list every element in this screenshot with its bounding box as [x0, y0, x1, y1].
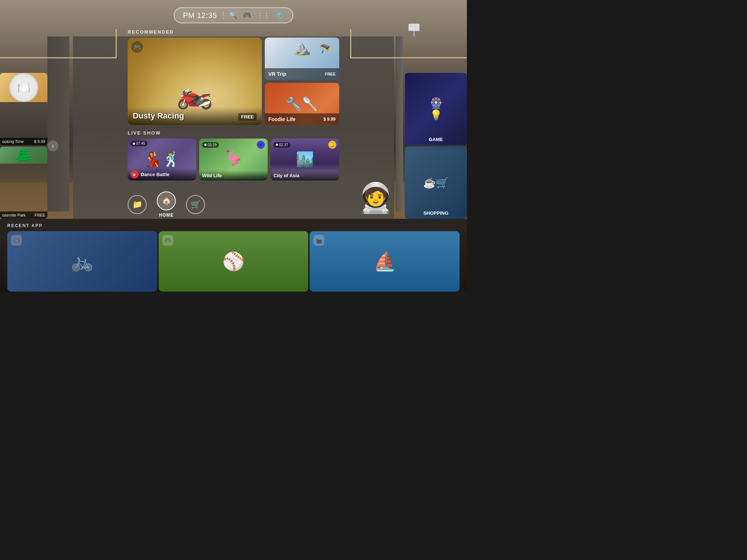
dance-battle-time: 07:45 [131, 141, 147, 146]
live-show-grid: 💃🕺 07:45 ▶ Dance Battle [128, 139, 339, 180]
moto-rider-icon: 🏍️ [177, 76, 213, 110]
city-of-asia-title: City of Asia [274, 173, 299, 178]
astronaut-figure: 🧑‍🚀 [357, 181, 394, 215]
time-dot-3-icon [276, 144, 278, 146]
dance-people-icon: 💃🕺 [144, 151, 180, 168]
status-time: PM 12:35 [183, 11, 217, 20]
vr-trip-card[interactable]: ⛰️ 🪂 VR Trip FREE [265, 38, 339, 80]
recommended-grid: 🏍️ 🎮 Dusty Racing FREE ⛰️ 🪂 [128, 38, 339, 125]
dance-play-button[interactable]: ▶ [131, 170, 139, 178]
main-panel: PM 12:35 🔍 🎮 ⋮⋮ ⚙️ RECOMMENDED 🏍️ 🎮 [0, 0, 467, 292]
bottom-navigation: 📁 🏠 HOME 🛒 [128, 191, 339, 218]
vr-trip-price: FREE [325, 72, 336, 76]
home-nav-icon: 🏠 [157, 191, 176, 210]
status-bar: PM 12:35 🔍 🎮 ⋮⋮ ⚙️ [174, 7, 294, 23]
foodie-label: Foodie Life [268, 116, 296, 122]
dance-battle-card[interactable]: 💃🕺 07:45 ▶ Dance Battle [128, 139, 196, 180]
wildlife-time: 03:29 [202, 142, 219, 148]
city-footer: City of Asia [271, 171, 339, 180]
settings-icon[interactable]: ⚙️ [276, 11, 284, 19]
city-header: 02:37 🔔 [271, 141, 339, 149]
wildlife-badge: V [257, 141, 265, 149]
time-dot-2-icon [204, 144, 206, 146]
grid-icon[interactable]: ⋮⋮ [257, 11, 270, 19]
controller-icon[interactable]: 🎮 [243, 11, 251, 19]
featured-title: Dusty Racing [133, 111, 184, 121]
home-nav-label: HOME [159, 213, 174, 218]
recommended-label: RECOMMENDED [128, 29, 339, 35]
folder-nav-icon: 📁 [128, 195, 147, 214]
dance-battle-title: Dance Battle [141, 172, 170, 177]
city-buildings-icon: 🏙️ [296, 151, 314, 168]
nav-item-home[interactable]: 🏠 HOME [157, 191, 176, 218]
tools-display-icon: 🔧🥄 [286, 97, 318, 112]
flamingo-icon: 🦩 [222, 149, 245, 170]
dusty-racing-card[interactable]: 🏍️ 🎮 Dusty Racing FREE [128, 38, 262, 125]
featured-gamepad-icon: 🎮 [131, 41, 143, 53]
vr-trip-label: VR Trip [268, 71, 286, 77]
paraglider-icon: 🪂 [319, 43, 332, 55]
dance-battle-header: 07:45 [128, 141, 196, 146]
city-badge: 🔔 [328, 141, 336, 149]
wildlife-title: Wild Life [202, 173, 222, 178]
foodie-price: $ 9.99 [324, 117, 336, 122]
dance-battle-footer: ▶ Dance Battle [128, 168, 196, 180]
snow-mountain-icon: ⛰️ [293, 39, 311, 57]
status-divider [223, 11, 223, 20]
time-dot-icon [133, 143, 135, 145]
foodie-life-card[interactable]: 🔧🥄 Foodie Life $ 9.99 [265, 83, 339, 125]
live-show-label: LIVE SHOW [128, 130, 339, 136]
left-nav-arrow[interactable]: › [47, 140, 58, 151]
live-show-section: LIVE SHOW 💃🕺 07:45 ▶ [128, 130, 339, 180]
featured-price: FREE [238, 113, 257, 121]
wildlife-footer: Wild Life [199, 171, 268, 180]
city-time: 02:37 [274, 142, 290, 148]
side-cards-col: ⛰️ 🪂 VR Trip FREE 🔧🥄 [265, 38, 339, 125]
vr-trip-info: VR Trip FREE [265, 68, 339, 80]
content-area: RECOMMENDED 🏍️ 🎮 Dusty Racing FREE [128, 29, 339, 218]
cart-nav-icon: 🛒 [186, 195, 205, 214]
search-icon[interactable]: 🔍 [229, 11, 237, 19]
wildlife-header: 03:29 V [199, 141, 268, 149]
city-of-asia-card[interactable]: 🏙️ 02:37 🔔 City of Asia [271, 139, 339, 180]
wild-life-card[interactable]: 🦩 03:29 V Wild Life [199, 139, 268, 180]
foodie-info: Foodie Life $ 9.99 [265, 113, 339, 125]
nav-item-cart[interactable]: 🛒 [186, 195, 205, 214]
recommended-section: RECOMMENDED 🏍️ 🎮 Dusty Racing FREE [128, 29, 339, 125]
nav-item-folder[interactable]: 📁 [128, 195, 147, 214]
